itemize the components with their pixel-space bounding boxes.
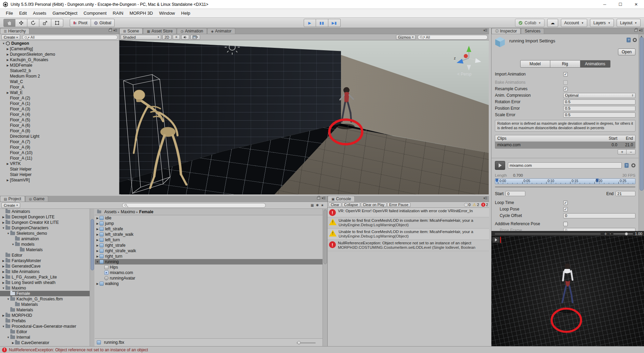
project-file-item[interactable]: runningAvatar (95, 275, 323, 281)
2d-toggle-button[interactable]: 2D (162, 35, 171, 40)
project-tree-item[interactable]: ▶Dungeon Creator Kit LITE (0, 220, 90, 225)
scene-search[interactable]: ▾ (418, 35, 488, 40)
rect-tool-button[interactable] (51, 19, 63, 27)
hierarchy-item[interactable]: Floor_A (1) (0, 101, 119, 106)
remove-clip-button[interactable]: − (627, 149, 635, 154)
hierarchy-item[interactable]: Floor_A (0, 84, 119, 90)
collab-button[interactable]: Collab▼ (515, 19, 544, 27)
menu-component[interactable]: Component (80, 10, 109, 17)
hierarchy-item[interactable]: Floor_A (7) (0, 139, 119, 145)
menu-rain[interactable]: RAIN (110, 10, 127, 17)
resample-curves-checkbox[interactable]: ✓ (563, 87, 568, 91)
project-file-item[interactable]: ▶right_strafe_walk (95, 248, 323, 254)
console-error-pause-button[interactable]: Error Pause (387, 203, 410, 207)
hierarchy-item[interactable]: ▶VRTK (0, 161, 119, 166)
hierarchy-item[interactable]: ▶M3DFemale (0, 63, 119, 68)
project-tree-item[interactable]: Female (0, 291, 90, 296)
tab-animator[interactable]: ◈Animator (207, 28, 235, 34)
minimize-button[interactable]: ─ (597, 0, 613, 9)
tab-console[interactable]: ▣ Console (328, 196, 355, 202)
project-file-item[interactable]: ▶left_strafe_walk (95, 232, 323, 237)
tab-game[interactable]: ◎Game (25, 196, 48, 202)
project-tree-item[interactable]: ▼models (0, 242, 90, 247)
pivot-toggle-button[interactable]: Pivot (70, 19, 91, 27)
project-search-input[interactable] (128, 203, 263, 207)
clip-timeline-ruler[interactable]: 0:000:050:100:150:200:25 (495, 178, 635, 184)
warning-count-badge[interactable]: ⚠2 (473, 203, 479, 207)
project-file-item[interactable]: ▶left_turn (95, 237, 323, 243)
breadcrumb-maximo[interactable]: Maximo (121, 209, 135, 214)
breadcrumb-assets[interactable]: Assets (104, 209, 117, 214)
move-tool-button[interactable] (15, 19, 27, 27)
console-menu-icon[interactable]: ▾☰ (483, 196, 487, 200)
project-file-item[interactable]: mixamo.com (95, 270, 323, 275)
open-button[interactable]: Open (618, 49, 635, 55)
hierarchy-item[interactable]: ▼Dungeon (0, 41, 119, 46)
project-search[interactable] (122, 203, 266, 208)
add-clip-button[interactable]: + (618, 149, 627, 154)
tab-inspector[interactable]: ⓘInspector (491, 28, 521, 34)
error-count-badge[interactable]: !2 (481, 203, 488, 207)
global-toggle-button[interactable]: Global (91, 19, 115, 27)
project-tree-item[interactable]: ▶FantasyMonster (0, 258, 90, 263)
project-file-item[interactable]: Hips (95, 264, 323, 270)
project-files-scrollbar[interactable] (323, 209, 327, 346)
loop-time-checkbox[interactable]: ✓ (563, 201, 568, 205)
project-tree-item[interactable]: ▶Idle Animations (0, 269, 90, 274)
project-menu-icon[interactable]: ▾☰ (321, 196, 325, 200)
hierarchy-item[interactable]: ▶[SteamVR] (0, 177, 119, 183)
tab-asset-store[interactable]: ▦Asset Store (143, 28, 176, 34)
gizmos-dropdown[interactable]: Gizmos▾ (396, 35, 416, 40)
hierarchy-item[interactable]: ▶Kachujin_G_Rosales (0, 57, 119, 63)
scene-menu-icon[interactable]: ▾☰ (483, 29, 487, 32)
rotate-tool-button[interactable] (27, 19, 39, 27)
hierarchy-lock-icon[interactable] (109, 29, 112, 32)
project-tree-item[interactable]: ▶GeneratedCave (0, 263, 90, 269)
project-tree-item[interactable]: ▶MORPH3D (0, 313, 90, 318)
pivot-axis-icon[interactable]: ✛ (604, 232, 607, 236)
mode-tab-model[interactable]: Model (520, 60, 550, 68)
favorites-icon[interactable]: ★ (321, 203, 324, 207)
project-tree-item[interactable]: ▼DungeonCharacters (0, 225, 90, 231)
layers-button[interactable]: Layers▼ (590, 19, 614, 27)
hierarchy-item[interactable]: Floor_A (5) (0, 117, 119, 123)
hierarchy-item[interactable]: Floor_A (6) (0, 123, 119, 128)
hierarchy-item[interactable]: Floor_A (3) (0, 106, 119, 112)
close-button[interactable]: ✕ (628, 0, 644, 9)
cloud-button[interactable]: ☁ (547, 19, 558, 27)
project-tree-item[interactable]: Editor (0, 329, 90, 335)
search-by-label-icon[interactable]: ✱ (316, 203, 319, 207)
hierarchy-item[interactable]: Medium Room 2 (0, 73, 119, 79)
preview-play-button[interactable] (492, 237, 500, 243)
mode-tab-animations[interactable]: Animations (580, 60, 610, 68)
project-tree-item[interactable]: ▼Skeletons_demo (0, 231, 90, 236)
hierarchy-item[interactable]: Floor_A (4) (0, 112, 119, 117)
draw-mode-dropdown[interactable]: Shaded▾ (121, 35, 161, 40)
console-log-entry[interactable]: !NullReferenceException: Object referenc… (328, 240, 489, 251)
hierarchy-item[interactable]: ▶DungeonSkeleton_demo (0, 52, 119, 57)
project-file-item[interactable]: ▶left_strafe (95, 226, 323, 232)
project-tree-item[interactable]: Materials (0, 307, 90, 313)
scale-error-field[interactable] (563, 112, 635, 118)
maximize-button[interactable]: ☐ (613, 0, 628, 9)
help-icon[interactable]: ? (627, 38, 631, 42)
project-zoom-slider[interactable] (297, 342, 316, 343)
project-file-item[interactable]: ▶right_turn (95, 254, 323, 259)
project-tree-item[interactable]: ▶L_FG_Assets_Pack_Lite (0, 274, 90, 280)
tab-services[interactable]: Services (521, 28, 544, 34)
audio-toggle-button[interactable] (181, 35, 189, 40)
hierarchy-item[interactable]: Stair Helper (0, 172, 119, 177)
cycle-offset-field[interactable] (563, 213, 635, 218)
info-count-badge[interactable]: !0 (464, 203, 471, 207)
project-file-item[interactable]: ▶jump (95, 221, 323, 226)
console-log-entry[interactable]: !VR: OpenVR Error! OpenVR failed initial… (328, 208, 489, 217)
additive-reference-pose-checkbox[interactable] (563, 222, 568, 226)
hierarchy-item[interactable]: Floor_A (2) (0, 95, 119, 101)
menu-assets[interactable]: Assets (30, 10, 49, 17)
project-file-item[interactable]: ▶idle (95, 215, 323, 221)
project-tree-item[interactable]: ▼Procedural-Cave-Generator-master (0, 324, 90, 329)
console-clear-on-play-button[interactable]: Clear on Play (361, 203, 386, 207)
hierarchy-item[interactable]: Stair Helper (0, 166, 119, 172)
layout-button[interactable]: Layout▼ (617, 19, 641, 27)
drag-handle[interactable] (495, 233, 601, 235)
